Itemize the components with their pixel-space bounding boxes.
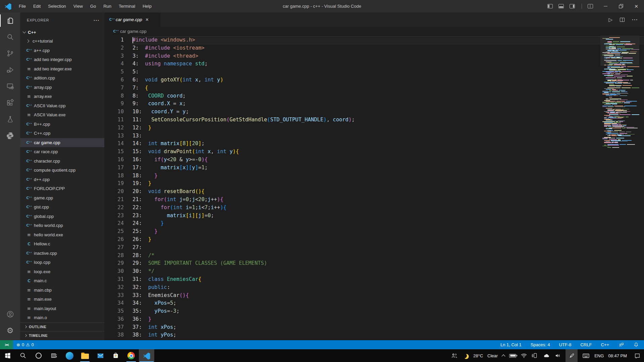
code-line[interactable]: 28: /* [132, 252, 644, 260]
code-line[interactable]: 33: EnemiesCar(){ [132, 292, 644, 300]
weather-moon-icon[interactable] [462, 353, 468, 359]
file-item[interactable]: C⁺⁺gist.cpp [20, 202, 104, 212]
code-line[interactable]: 9: coord.X = x; [132, 100, 644, 108]
code-line[interactable]: 3: #include <thread> [132, 52, 644, 60]
testing-icon[interactable] [0, 111, 20, 127]
code-line[interactable]: 19: } [132, 180, 644, 188]
file-item[interactable]: C⁺⁺B++.cpp [20, 120, 104, 129]
code-line[interactable]: #include <windows.h> [132, 36, 644, 44]
file-item[interactable]: ≡add two integer.exe [20, 64, 104, 74]
code-line[interactable]: 21: for(int j=0;j<20;j++){ [132, 196, 644, 204]
toggle-panel-icon[interactable] [558, 4, 564, 8]
file-item[interactable]: ≡ASCII Value.exe [20, 110, 104, 120]
code-line[interactable]: 16: if(y<20 & y>=-0){ [132, 156, 644, 164]
code-editor[interactable]: 1234567891011121314151617181920212223242… [104, 36, 644, 340]
code-line[interactable]: 7: { [132, 84, 644, 92]
file-item[interactable]: ≡main.cbp [20, 286, 104, 295]
code-line[interactable]: 38: int yPos; [132, 331, 644, 339]
encoding[interactable]: UTF-8 [559, 342, 572, 347]
wifi-icon[interactable] [521, 352, 527, 359]
workspace-root-folder[interactable]: C++ [20, 28, 104, 37]
cortana-icon[interactable] [31, 349, 46, 362]
people-icon[interactable] [446, 349, 462, 362]
file-item[interactable]: ≡main.layout [20, 304, 104, 313]
menu-selection[interactable]: Selection [44, 0, 69, 12]
python-icon[interactable] [0, 127, 20, 144]
menu-view[interactable]: View [70, 0, 87, 12]
menu-terminal[interactable]: Terminal [115, 0, 139, 12]
extensions-icon[interactable] [0, 95, 20, 111]
code-content[interactable]: #include <windows.h>2: #include <iostrea… [132, 36, 644, 340]
code-line[interactable]: 12: } [132, 124, 644, 132]
code-line[interactable]: 24: } [132, 220, 644, 228]
file-item[interactable]: C⁺⁺game.cpp [20, 193, 104, 203]
code-line[interactable]: 2: #include <iostream> [132, 44, 644, 52]
file-item[interactable]: C⁺⁺a++.cpp [20, 46, 104, 55]
code-line[interactable]: 31: class EnemiesCar{ [132, 276, 644, 284]
remote-explorer-icon[interactable] [0, 78, 20, 95]
code-line[interactable]: 32: public: [132, 284, 644, 292]
code-line[interactable]: 30: */ [132, 267, 644, 276]
file-item[interactable]: C⁺⁺inactive.cpp [20, 249, 104, 258]
close-button[interactable]: × [629, 0, 644, 12]
file-item[interactable]: C⁺⁺add two integer.cpp [20, 55, 104, 64]
file-item[interactable]: C⁺⁺array.cpp [20, 83, 104, 92]
breadcrumb[interactable]: C⁺⁺ car game.cpp [104, 27, 644, 36]
file-item[interactable]: CHellow.c [20, 239, 104, 249]
menu-help[interactable]: Help [139, 0, 155, 12]
search-icon[interactable] [0, 29, 20, 45]
account-icon[interactable] [0, 306, 20, 322]
code-line[interactable]: 37: int xPos; [132, 323, 644, 331]
code-line[interactable]: 25: } [132, 228, 644, 236]
restore-button[interactable] [613, 0, 629, 12]
file-item[interactable]: ≡main.exe [20, 295, 104, 304]
file-item[interactable]: C⁺⁺d++.cpp [20, 175, 104, 184]
code-line[interactable]: 15: void drawPoint(int x, int y){ [132, 148, 644, 156]
code-line[interactable]: 18: } [132, 172, 644, 180]
code-line[interactable]: 35: yPos=-3; [132, 307, 644, 315]
file-explorer-icon[interactable] [77, 349, 93, 362]
taskbar-search-icon[interactable] [15, 349, 31, 362]
weather-condition[interactable]: Clear [487, 353, 498, 358]
code-line[interactable]: 13: [132, 132, 644, 140]
code-line[interactable]: 36: } [132, 315, 644, 323]
tab-car-game-cpp[interactable]: C⁺⁺ car game.cpp × [104, 12, 161, 27]
code-line[interactable]: 14: int matrix[8][20]; [132, 140, 644, 148]
toggle-secondary-sidebar-icon[interactable] [570, 4, 575, 8]
file-item[interactable]: C⁺⁺character.cpp [20, 157, 104, 166]
indentation[interactable]: Spaces: 4 [531, 342, 550, 347]
file-item[interactable]: C⁺⁺ASCII Value.cpp [20, 101, 104, 111]
file-item[interactable]: C⁺⁺loop.cpp [20, 258, 104, 267]
code-line[interactable]: 5: [132, 68, 644, 76]
task-view-icon[interactable] [46, 349, 62, 362]
file-item[interactable]: C⁺⁺C++.cpp [20, 129, 104, 138]
code-line[interactable]: 11: SetConsoleCursorPosition(GetStdHandl… [132, 116, 644, 124]
explorer-actions-icon[interactable]: ··· [94, 17, 100, 23]
menu-edit[interactable]: Edit [30, 0, 44, 12]
file-item[interactable]: C⁺⁺compute quotient.cpp [20, 166, 104, 175]
code-line[interactable]: 22: for(int i=1;i<7;i++){ [132, 204, 644, 212]
file-item[interactable]: Cmain.c [20, 276, 104, 286]
microsoft-store-icon[interactable] [108, 349, 123, 362]
code-line[interactable]: 27: [132, 244, 644, 252]
code-line[interactable]: 34: xPos=5; [132, 299, 644, 307]
code-line[interactable]: 23: matrix[i][j]=0; [132, 212, 644, 220]
settings-gear-icon[interactable]: ⚙ [0, 322, 20, 339]
onedrive-cloud-icon[interactable] [543, 352, 550, 359]
close-tab-icon[interactable]: × [146, 17, 149, 23]
menu-go[interactable]: Go [87, 0, 100, 12]
eol-sequence[interactable]: CRLF [580, 342, 592, 347]
file-item[interactable]: ≡loop.exe [20, 267, 104, 277]
minimap-slider[interactable] [600, 36, 639, 66]
start-button[interactable] [0, 349, 15, 362]
customize-layout-icon[interactable] [588, 4, 593, 8]
volume-icon[interactable] [554, 352, 561, 359]
code-line[interactable]: 8: COORD coord; [132, 92, 644, 100]
file-item[interactable]: C⁺⁺hello world.cpp [20, 221, 104, 230]
code-line[interactable]: 26: } [132, 236, 644, 244]
feedback-icon[interactable] [618, 342, 624, 348]
problems-status[interactable]: ⊗ 0 ⚠ 0 [13, 342, 37, 347]
code-line[interactable]: 4: using namespace std; [132, 60, 644, 68]
file-item[interactable]: C⁺⁺adition.cpp [20, 73, 104, 83]
source-control-icon[interactable] [0, 45, 20, 62]
